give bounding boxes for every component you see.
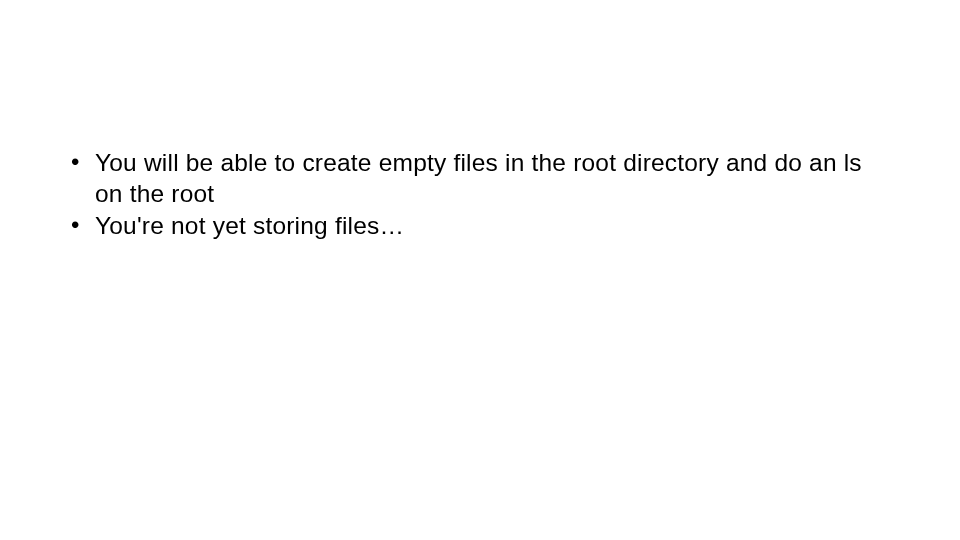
slide-content: You will be able to create empty files i… bbox=[0, 0, 960, 241]
bullet-text: You will be able to create empty files i… bbox=[95, 149, 862, 207]
bullet-text: You're not yet storing files… bbox=[95, 212, 404, 239]
bullet-item: You will be able to create empty files i… bbox=[65, 147, 895, 210]
bullet-item: You're not yet storing files… bbox=[65, 210, 895, 241]
bullet-list: You will be able to create empty files i… bbox=[65, 147, 895, 241]
